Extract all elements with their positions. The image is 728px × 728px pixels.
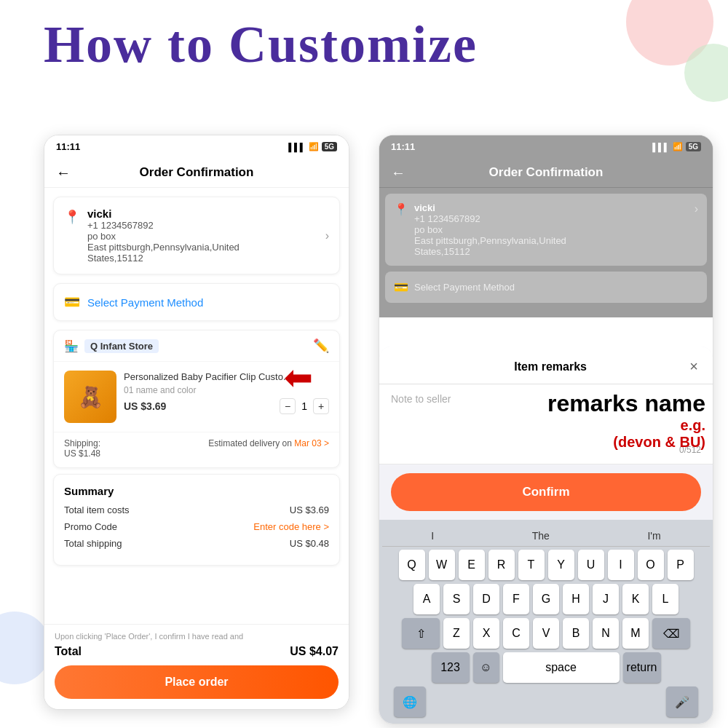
back-button-right[interactable]: ←	[391, 165, 405, 181]
qty-decrease[interactable]: −	[280, 398, 296, 414]
key-s[interactable]: S	[443, 584, 470, 614]
note-placeholder: Note to seller	[391, 393, 451, 455]
dark-payment-section: 💳 Select Payment Method	[385, 272, 707, 303]
key-j[interactable]: J	[593, 584, 619, 614]
wifi-icon-right: 📶	[673, 142, 683, 151]
shipping-est-label: Estimated delivery on	[208, 438, 292, 448]
address-content: vicki +1 1234567892 po box East pittsbur…	[87, 207, 318, 264]
key-h[interactable]: H	[563, 584, 589, 614]
nav-bar-left: ← Order Confirmation	[44, 158, 349, 188]
key-n[interactable]: N	[593, 618, 619, 649]
key-g[interactable]: G	[533, 584, 559, 614]
promo-label: Promo Code	[64, 521, 117, 532]
dark-overlay: 11:11 ▌▌▌ 📶 5G ← Order Confirmation 📍 vi…	[379, 135, 713, 317]
key-z[interactable]: Z	[443, 618, 470, 649]
store-name-row: 🏪 Q Infant Store	[64, 339, 159, 353]
back-button-left[interactable]: ←	[56, 165, 71, 181]
dark-address-line2: East pittsburgh,Pennsylvania,United	[414, 235, 566, 246]
shipping-row: Shipping: US $1.48 Estimated delivery on…	[54, 432, 339, 467]
key-l[interactable]: L	[652, 584, 678, 614]
key-r[interactable]: R	[488, 550, 515, 580]
return-key[interactable]: return	[623, 652, 661, 683]
numbers-key[interactable]: 123	[432, 652, 470, 683]
suggest-the[interactable]: The	[532, 530, 550, 542]
nav-title-right: Order Confirmation	[489, 165, 604, 180]
key-d[interactable]: D	[473, 584, 499, 614]
shipping-info: Shipping: US $1.48	[64, 438, 100, 459]
keyboard: I The I'm Q W E R T Y U I O P A S D	[379, 520, 713, 724]
address-line3: States,15112	[87, 253, 318, 264]
key-c[interactable]: C	[503, 618, 529, 649]
key-y[interactable]: Y	[548, 550, 574, 580]
dark-address-arrow: ›	[695, 202, 698, 215]
store-section: 🏪 Q Infant Store ✏️ 🧸 Personalized Baby …	[53, 330, 340, 468]
remarks-header: Item remarks ×	[379, 347, 713, 384]
key-i[interactable]: I	[608, 550, 634, 580]
key-a[interactable]: A	[414, 584, 440, 614]
qty-increase[interactable]: +	[313, 398, 329, 414]
note-area[interactable]: Note to seller 0/512 remarks name e.g. (…	[379, 384, 713, 464]
key-e[interactable]: E	[459, 550, 485, 580]
disclaimer-text: Upon clicking 'Place Order', I confirm I…	[55, 632, 339, 641]
dark-payment-text: Select Payment Method	[414, 282, 515, 293]
key-q[interactable]: Q	[399, 550, 425, 580]
key-w[interactable]: W	[429, 550, 455, 580]
dark-address-name: vicki	[414, 202, 566, 213]
remarks-eg-text: e.g. (devon & BU)	[547, 417, 705, 451]
summary-title: Summary	[64, 485, 329, 497]
edit-icon[interactable]: ✏️	[313, 338, 329, 354]
payment-section[interactable]: 💳 Select Payment Method	[53, 283, 340, 321]
remarks-close-button[interactable]: ×	[689, 358, 698, 375]
shipping-est-date: Mar 03 >	[294, 438, 329, 448]
qty-control: − 1 +	[280, 398, 329, 414]
space-key[interactable]: space	[503, 652, 620, 683]
phone-footer-left: Upon clicking 'Place Order', I confirm I…	[44, 624, 349, 709]
suggest-i[interactable]: I	[431, 530, 434, 542]
shift-key[interactable]: ⇧	[402, 618, 440, 649]
address-name: vicki	[87, 207, 318, 220]
address-line2: East pittsburgh,Pennsylvania,United	[87, 242, 318, 253]
keyboard-row-4: 123 ☺ space return	[382, 652, 710, 683]
key-f[interactable]: F	[503, 584, 529, 614]
key-b[interactable]: B	[563, 618, 589, 649]
dark-address-section: 📍 vicki +1 1234567892 po box East pittsb…	[385, 194, 707, 266]
emoji-key[interactable]: ☺	[473, 652, 499, 683]
location-icon: 📍	[64, 209, 80, 225]
status-icons-right: ▌▌▌ 📶 5G	[652, 142, 701, 151]
item-costs-label: Total item costs	[64, 505, 130, 515]
total-shipping-label: Total shipping	[64, 538, 122, 549]
status-icons-left: ▌▌▌ 📶 5G	[288, 142, 337, 151]
keyboard-row-1: Q W E R T Y U I O P	[382, 550, 710, 580]
globe-key[interactable]: 🌐	[394, 687, 426, 717]
suggest-im[interactable]: I'm	[647, 530, 660, 542]
keyboard-row-3: ⇧ Z X C V B N M ⌫	[382, 618, 710, 649]
dark-location-icon: 📍	[394, 202, 408, 216]
status-bar-right: 11:11 ▌▌▌ 📶 5G	[379, 135, 713, 158]
key-o[interactable]: O	[638, 550, 664, 580]
summary-item-costs: Total item costs US $3.69	[64, 505, 329, 515]
battery-icon-right: 5G	[686, 142, 701, 151]
mic-key[interactable]: 🎤	[666, 687, 698, 717]
address-section[interactable]: 📍 vicki +1 1234567892 po box East pittsb…	[53, 197, 340, 274]
confirm-button[interactable]: Confirm	[391, 473, 701, 511]
arrow-icon: ➡	[284, 357, 313, 397]
key-k[interactable]: K	[622, 584, 649, 614]
right-phone: 11:11 ▌▌▌ 📶 5G ← Order Confirmation 📍 vi…	[379, 135, 713, 724]
key-t[interactable]: T	[518, 550, 545, 580]
nav-title-left: Order Confirmation	[140, 165, 254, 180]
total-amount: US $4.07	[290, 645, 339, 658]
summary-promo[interactable]: Promo Code Enter code here >	[64, 521, 329, 532]
key-v[interactable]: V	[533, 618, 559, 649]
address-arrow-icon: ›	[325, 229, 329, 242]
key-p[interactable]: P	[668, 550, 694, 580]
time-left: 11:11	[56, 141, 80, 152]
promo-val[interactable]: Enter code here >	[253, 521, 329, 532]
place-order-button[interactable]: Place order	[55, 665, 339, 699]
key-m[interactable]: M	[622, 618, 649, 649]
payment-text: Select Payment Method	[87, 296, 203, 309]
key-x[interactable]: X	[473, 618, 499, 649]
shipping-cost: US $1.48	[64, 448, 100, 459]
key-u[interactable]: U	[578, 550, 604, 580]
product-price: US $3.69	[124, 400, 166, 412]
delete-key[interactable]: ⌫	[652, 618, 690, 649]
